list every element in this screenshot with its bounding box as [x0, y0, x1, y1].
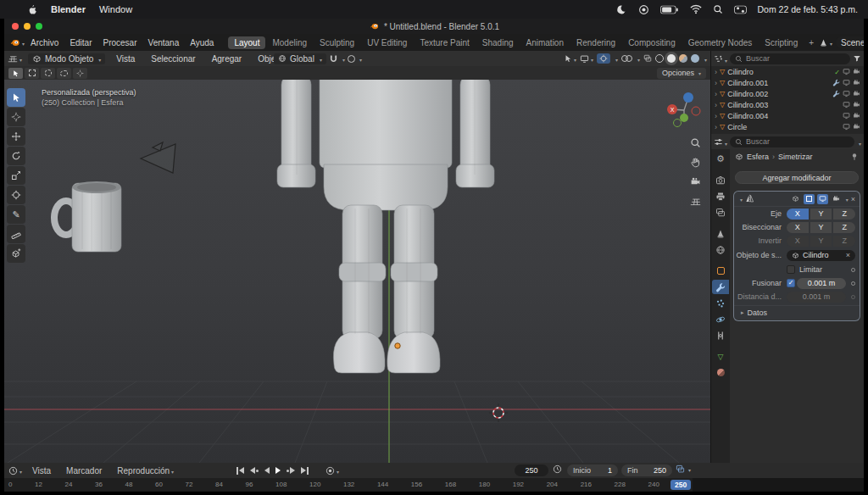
- tab-render[interactable]: [712, 173, 729, 187]
- flip-z-button[interactable]: Z: [833, 236, 855, 247]
- show-on-cage-toggle[interactable]: [790, 194, 801, 204]
- tab-rendering[interactable]: Rendering: [570, 36, 621, 49]
- render-visibility-icon[interactable]: [853, 101, 860, 108]
- show-overlays-toggle[interactable]: [621, 55, 632, 62]
- render-visibility-icon[interactable]: [853, 79, 860, 86]
- overlays-dropdown[interactable]: [636, 54, 640, 64]
- prev-keyframe-button[interactable]: [250, 467, 259, 474]
- tab-animation[interactable]: Animation: [520, 36, 570, 49]
- tab-object-data[interactable]: ▽: [712, 349, 729, 364]
- filter-icon[interactable]: [853, 54, 861, 63]
- modifier-wrench-icon[interactable]: [832, 79, 840, 86]
- expand-icon[interactable]: [715, 79, 717, 87]
- show-in-editmode-toggle[interactable]: [804, 194, 815, 204]
- show-gizmo-toggle[interactable]: [597, 53, 610, 64]
- tab-output[interactable]: [712, 189, 729, 203]
- transform-orientation-dropdown[interactable]: Global: [274, 53, 326, 64]
- show-in-viewport-toggle[interactable]: [817, 194, 828, 204]
- timeline-ruler[interactable]: 0122436486072849610812013214415616818019…: [4, 478, 864, 492]
- timeline-menu-vista[interactable]: Vista: [27, 464, 56, 477]
- play-reverse-button[interactable]: [264, 467, 270, 474]
- outliner-row[interactable]: ▽ Cilindro.003: [711, 99, 864, 110]
- jump-to-end-button[interactable]: [301, 467, 309, 475]
- tab-scene[interactable]: [712, 226, 729, 241]
- menubar-extra-icon[interactable]: [616, 4, 627, 15]
- bisect-z-button[interactable]: Z: [833, 222, 855, 233]
- expand-icon[interactable]: [715, 123, 717, 131]
- outliner-row[interactable]: ▽ Cilindro.001: [711, 77, 864, 88]
- spotlight-icon[interactable]: [713, 4, 723, 14]
- flip-x-button[interactable]: X: [787, 236, 809, 247]
- mirror-object-field[interactable]: Cilindro: [787, 250, 855, 261]
- menu-seleccionar[interactable]: Seleccionar: [146, 53, 200, 65]
- select-mode-tweak-button[interactable]: [8, 68, 23, 79]
- tab-particles[interactable]: [712, 296, 729, 310]
- tab-world[interactable]: [712, 242, 729, 257]
- merge-threshold-field[interactable]: 0.001 m: [797, 278, 846, 289]
- sync-clock-icon[interactable]: [553, 464, 562, 474]
- camera-view-icon[interactable]: [688, 175, 702, 188]
- menu-archivo[interactable]: Archivo: [25, 36, 64, 49]
- annotate-tool[interactable]: ✎: [7, 205, 25, 224]
- macos-window-menu[interactable]: Window: [99, 4, 132, 14]
- zoom-icon[interactable]: [688, 136, 702, 149]
- frame-start-field[interactable]: Inicio1: [567, 464, 618, 476]
- scene-selector[interactable]: Scene: [836, 36, 864, 48]
- editor-type-dropdown[interactable]: [8, 53, 22, 64]
- screen-record-icon[interactable]: [638, 4, 649, 15]
- hide-viewport-icon[interactable]: [843, 68, 850, 75]
- move-tool[interactable]: [7, 127, 25, 146]
- current-frame-field[interactable]: 250: [515, 464, 548, 476]
- expand-icon[interactable]: [715, 90, 717, 98]
- next-keyframe-button[interactable]: [287, 467, 295, 474]
- render-visibility-icon[interactable]: [853, 68, 860, 75]
- tab-modeling[interactable]: Modeling: [266, 36, 313, 49]
- hide-viewport-icon[interactable]: [843, 90, 850, 97]
- jump-to-start-button[interactable]: [236, 467, 244, 475]
- snap-dropdown[interactable]: [341, 54, 345, 64]
- timeline-menu-reproduccion[interactable]: Reproducción: [112, 464, 179, 477]
- outliner-editor-icon[interactable]: [714, 51, 727, 66]
- rotate-tool[interactable]: [7, 147, 25, 165]
- tab-constraints[interactable]: [712, 328, 729, 342]
- tab-shading[interactable]: Shading: [476, 36, 520, 49]
- outliner-search-input[interactable]: Buscar: [730, 53, 850, 64]
- viewport-canvas[interactable]: [4, 80, 710, 463]
- menu-vista[interactable]: Vista: [111, 53, 140, 65]
- select-mode-pick-button[interactable]: [73, 68, 87, 79]
- select-box-tool[interactable]: [7, 88, 25, 107]
- hide-viewport-icon[interactable]: [843, 101, 850, 108]
- window-titlebar[interactable]: * Untitled.blend - Blender 5.0.1: [4, 19, 864, 34]
- tab-geometry-nodes[interactable]: Geometry Nodes: [682, 36, 759, 49]
- macos-app-menu[interactable]: Blender: [51, 4, 86, 14]
- select-mode-circle-button[interactable]: [41, 68, 55, 79]
- zoom-window-button[interactable]: [36, 23, 42, 30]
- render-visibility-icon[interactable]: [853, 123, 860, 131]
- tab-tool[interactable]: ⚙: [712, 152, 729, 166]
- clear-object-icon[interactable]: [846, 251, 850, 259]
- blender-menu-icon[interactable]: [9, 38, 25, 47]
- tab-sculpting[interactable]: Sculpting: [314, 36, 360, 49]
- proportional-dropdown[interactable]: [358, 54, 362, 64]
- select-mode-box-button[interactable]: [25, 68, 39, 79]
- menu-ayuda[interactable]: Ayuda: [185, 36, 219, 49]
- delete-modifier-icon[interactable]: [851, 195, 855, 203]
- object-visibility-dropdown[interactable]: [580, 54, 593, 64]
- add-workspace-button[interactable]: +: [804, 36, 818, 49]
- decorator-dot[interactable]: [851, 295, 855, 299]
- axis-x-button[interactable]: X: [787, 209, 809, 220]
- close-window-button[interactable]: [12, 23, 19, 30]
- bisect-distance-field[interactable]: 0.001 m: [787, 292, 846, 303]
- shading-material-button[interactable]: [679, 54, 687, 63]
- show-in-render-toggle[interactable]: [831, 194, 842, 204]
- auto-keying-toggle[interactable]: [326, 466, 339, 476]
- timeline-menu-marcador[interactable]: Marcador: [61, 464, 107, 477]
- expand-icon[interactable]: [715, 112, 717, 120]
- expand-icon[interactable]: [715, 101, 717, 109]
- apple-logo-icon[interactable]: [27, 3, 37, 15]
- frame-end-field[interactable]: Fin250: [621, 464, 672, 476]
- select-mode-lasso-button[interactable]: [57, 68, 71, 79]
- tab-modifiers[interactable]: [712, 280, 729, 294]
- mode-dropdown[interactable]: Modo Objeto: [28, 53, 105, 64]
- snap-magnet-icon[interactable]: [329, 54, 338, 64]
